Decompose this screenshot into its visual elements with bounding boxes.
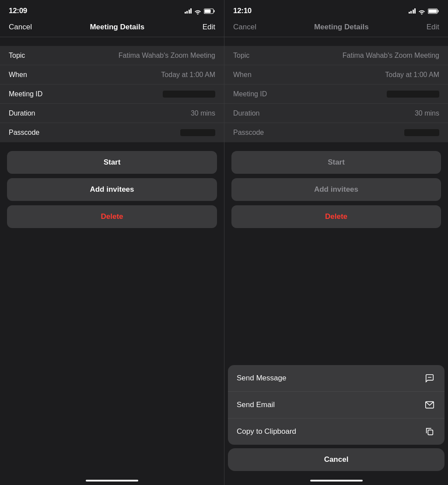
right-detail-meeting-id: Meeting ID xyxy=(224,84,448,104)
send-message-label: Send Message xyxy=(237,374,286,383)
right-edit-button[interactable]: Edit xyxy=(427,23,439,32)
copy-icon xyxy=(424,425,436,438)
left-when-label: When xyxy=(9,71,27,79)
svg-rect-4 xyxy=(438,10,439,12)
right-when-label: When xyxy=(233,71,252,79)
svg-rect-1 xyxy=(214,10,215,12)
right-duration-label: Duration xyxy=(233,109,259,117)
left-detail-topic: Topic Fatima Wahab's Zoom Meeting xyxy=(0,46,224,65)
right-detail-when: When Today at 1:00 AM xyxy=(224,65,448,84)
right-detail-duration: Duration 30 mins xyxy=(224,104,448,123)
send-email-option[interactable]: Send Email xyxy=(228,392,444,418)
svg-rect-5 xyxy=(429,9,437,13)
left-detail-when: When Today at 1:00 AM xyxy=(0,65,224,84)
right-duration-value: 30 mins xyxy=(415,109,439,117)
right-status-icons xyxy=(409,8,440,14)
copy-clipboard-label: Copy to Clipboard xyxy=(237,427,296,436)
right-battery-icon xyxy=(428,8,439,14)
left-when-value: Today at 1:00 AM xyxy=(161,71,215,79)
right-nav-divider xyxy=(224,37,448,37)
battery-icon xyxy=(204,8,215,14)
left-edit-button[interactable]: Edit xyxy=(203,23,215,32)
right-details-section: Topic Fatima Wahab's Zoom Meeting When T… xyxy=(224,46,448,142)
left-passcode-value xyxy=(180,129,215,136)
right-home-indicator xyxy=(310,480,363,481)
left-start-button[interactable]: Start xyxy=(7,151,217,174)
right-passcode-value xyxy=(404,129,439,136)
left-phone-panel: 12:09 Cancel Meeting Details Edit xyxy=(0,0,224,485)
right-passcode-label: Passcode xyxy=(233,129,264,137)
right-status-time: 12:10 xyxy=(233,7,252,15)
left-topic-label: Topic xyxy=(9,52,25,60)
share-cancel-button[interactable]: Cancel xyxy=(228,448,444,471)
left-status-icons xyxy=(185,8,216,14)
left-delete-button[interactable]: Delete xyxy=(7,205,217,228)
right-topic-label: Topic xyxy=(233,52,249,60)
left-status-bar: 12:09 xyxy=(0,0,224,19)
left-nav-title: Meeting Details xyxy=(90,23,144,32)
left-meeting-id-value xyxy=(163,91,215,98)
message-icon xyxy=(424,372,436,384)
share-options-group: Send Message Send Email xyxy=(228,365,444,445)
left-duration-value: 30 mins xyxy=(191,109,215,117)
left-detail-meeting-id: Meeting ID xyxy=(0,84,224,104)
left-duration-label: Duration xyxy=(9,109,35,117)
svg-rect-2 xyxy=(205,9,211,13)
right-cancel-button[interactable]: Cancel xyxy=(233,23,256,32)
right-nav-bar: Cancel Meeting Details Edit xyxy=(224,19,448,37)
right-nav-title: Meeting Details xyxy=(314,23,369,32)
right-wifi-icon xyxy=(418,8,425,14)
right-when-value: Today at 1:00 AM xyxy=(385,71,439,79)
send-email-label: Send Email xyxy=(237,401,275,409)
right-detail-passcode: Passcode xyxy=(224,123,448,142)
send-message-option[interactable]: Send Message xyxy=(228,365,444,392)
right-meeting-id-value xyxy=(387,91,439,98)
copy-clipboard-option[interactable]: Copy to Clipboard xyxy=(228,418,444,445)
svg-rect-10 xyxy=(428,430,433,435)
left-topic-value: Fatima Wahab's Zoom Meeting xyxy=(119,52,215,60)
right-meeting-id-label: Meeting ID xyxy=(233,90,267,98)
right-add-invitees-button[interactable]: Add invitees xyxy=(231,178,441,201)
right-status-bar: 12:10 xyxy=(224,0,448,19)
right-phone-panel: 12:10 Cancel Meeting Details Edit xyxy=(224,0,448,485)
left-nav-divider xyxy=(0,37,224,37)
right-detail-topic: Topic Fatima Wahab's Zoom Meeting xyxy=(224,46,448,65)
right-action-buttons: Start Add invitees Delete xyxy=(224,142,448,237)
left-details-section: Topic Fatima Wahab's Zoom Meeting When T… xyxy=(0,46,224,142)
left-passcode-label: Passcode xyxy=(9,129,39,137)
left-nav-bar: Cancel Meeting Details Edit xyxy=(0,19,224,37)
left-detail-passcode: Passcode xyxy=(0,123,224,142)
left-home-indicator xyxy=(86,480,138,481)
left-detail-duration: Duration 30 mins xyxy=(0,104,224,123)
share-sheet-wrapper: Send Message Send Email xyxy=(224,365,448,485)
right-delete-button[interactable]: Delete xyxy=(231,205,441,228)
left-add-invitees-button[interactable]: Add invitees xyxy=(7,178,217,201)
right-signal-icon xyxy=(409,8,416,14)
right-topic-value: Fatima Wahab's Zoom Meeting xyxy=(343,52,439,60)
wifi-icon xyxy=(194,8,201,14)
right-start-button[interactable]: Start xyxy=(231,151,441,174)
left-meeting-id-label: Meeting ID xyxy=(9,90,42,98)
left-cancel-button[interactable]: Cancel xyxy=(9,23,32,32)
signal-icon xyxy=(185,8,192,14)
email-icon xyxy=(424,399,436,411)
left-action-buttons: Start Add invitees Delete xyxy=(0,142,224,237)
left-status-time: 12:09 xyxy=(9,7,27,15)
